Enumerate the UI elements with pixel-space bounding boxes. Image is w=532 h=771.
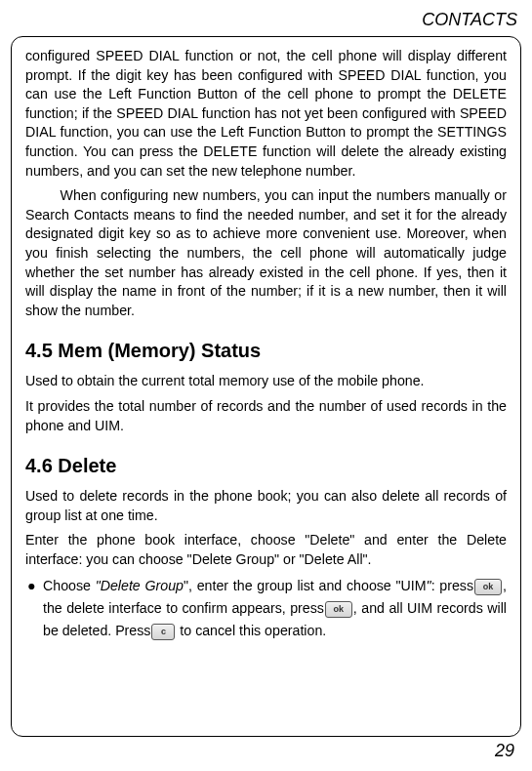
heading-delete: 4.6 Delete	[25, 455, 507, 477]
c-key-icon: c	[151, 624, 175, 640]
ok-key-icon: ok	[325, 601, 352, 618]
paragraph-mem-2: It provides the total number of records …	[25, 397, 507, 435]
paragraph-delete-2: Enter the phone book interface, choose "…	[25, 531, 507, 569]
heading-mem-status: 4.5 Mem (Memory) Status	[25, 340, 507, 362]
paragraph-speed-dial: configured SPEED DIAL function or not, t…	[25, 47, 507, 181]
content-box: configured SPEED DIAL function or not, t…	[11, 36, 521, 737]
page-number: 29	[495, 741, 514, 761]
page-header: CONTACTS	[0, 0, 532, 36]
bullet-text-after2: : press	[431, 578, 473, 593]
bullet-delete-group: ● Choose "Delete Group", enter the group…	[25, 575, 507, 641]
paragraph-configure-numbers: When configuring new numbers, you can in…	[25, 186, 507, 320]
bullet-text-prefix: Choose	[43, 578, 96, 593]
bullet-content: Choose "Delete Group", enter the group l…	[43, 575, 507, 641]
paragraph-mem-1: Used to obtain the current total memory …	[25, 372, 507, 391]
paragraph-delete-1: Used to delete records in the phone book…	[25, 487, 507, 525]
bullet-seg4: to cancel this operation.	[176, 623, 326, 638]
bullet-italic-1: "Delete Group	[96, 578, 184, 593]
bullet-marker: ●	[25, 575, 43, 641]
ok-key-icon: ok	[474, 579, 502, 595]
bullet-text-after1: ", enter the group list and choose "UIM	[184, 578, 427, 593]
